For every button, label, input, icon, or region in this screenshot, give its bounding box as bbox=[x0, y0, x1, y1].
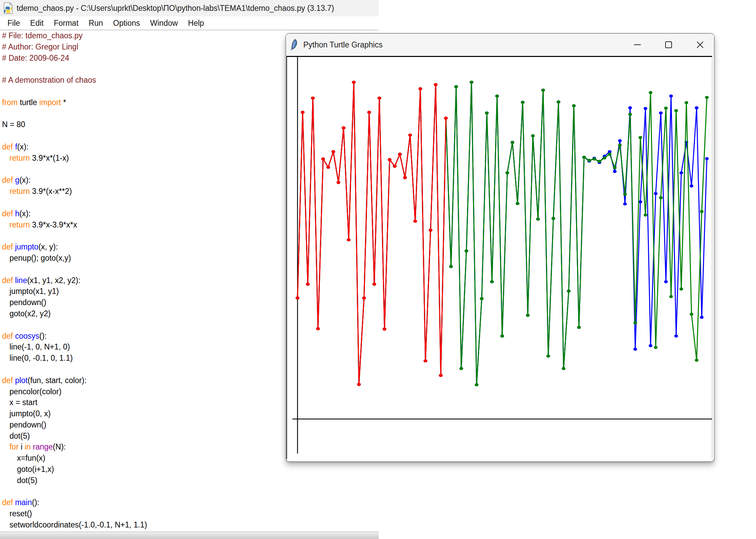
code-line: goto(i+1,x) bbox=[0, 464, 379, 475]
menu-item-options[interactable]: Options bbox=[110, 19, 143, 28]
turtle-window-title: Python Turtle Graphics bbox=[303, 40, 383, 49]
menu-item-help[interactable]: Help bbox=[185, 19, 207, 28]
desktop: tdemo_chaos.py - C:\Users\uprkt\Desktop\… bbox=[0, 0, 756, 539]
idle-file-icon bbox=[3, 2, 13, 14]
minimize-button[interactable] bbox=[632, 39, 643, 51]
idle-window-title: tdemo_chaos.py - C:\Users\uprkt\Desktop\… bbox=[17, 4, 334, 13]
menu-item-run[interactable]: Run bbox=[86, 19, 106, 28]
turtle-canvas bbox=[286, 56, 712, 459]
maximize-button[interactable] bbox=[663, 39, 674, 51]
code-line: dot(5) bbox=[0, 475, 379, 486]
turtle-plot-svg bbox=[287, 57, 712, 459]
menu-item-window[interactable]: Window bbox=[147, 19, 181, 28]
menu-item-edit[interactable]: Edit bbox=[27, 19, 46, 28]
code-line: def main(): bbox=[0, 497, 379, 508]
turtle-window: Python Turtle Graphics bbox=[286, 33, 714, 462]
tk-feather-icon bbox=[290, 39, 298, 51]
menu-item-format[interactable]: Format bbox=[51, 19, 81, 28]
close-button[interactable] bbox=[694, 39, 706, 51]
code-line bbox=[0, 486, 379, 497]
code-line: reset() bbox=[0, 508, 379, 519]
idle-menubar: FileEditFormatRunOptionsWindowHelp bbox=[0, 16, 379, 30]
menu-item-file[interactable]: File bbox=[5, 19, 23, 28]
idle-titlebar[interactable]: tdemo_chaos.py - C:\Users\uprkt\Desktop\… bbox=[0, 0, 379, 16]
code-line: setworldcoordinates(-1.0,-0.1, N+1, 1.1) bbox=[0, 519, 379, 531]
idle-window-bottom-edge bbox=[0, 532, 379, 539]
turtle-titlebar[interactable]: Python Turtle Graphics bbox=[286, 34, 714, 56]
